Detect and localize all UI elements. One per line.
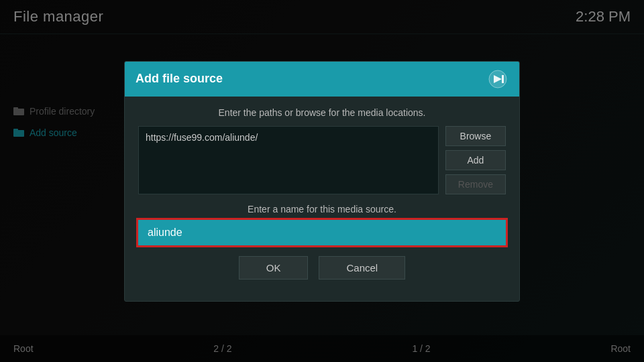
url-section: https://fuse99.com/aliunde/ Browse Add R… — [138, 126, 506, 194]
svg-rect-6 — [502, 75, 504, 83]
remove-button[interactable]: Remove — [445, 174, 506, 194]
url-value: https://fuse99.com/aliunde/ — [146, 132, 258, 143]
cancel-button[interactable]: Cancel — [319, 256, 405, 280]
url-input-box[interactable]: https://fuse99.com/aliunde/ — [138, 126, 439, 194]
add-button[interactable]: Add — [445, 150, 506, 170]
dialog-body: Enter the paths or browse for the media … — [125, 97, 519, 301]
dialog-header: Add file source — [125, 62, 519, 97]
bottom-instruction: Enter a name for this media source. — [138, 204, 506, 215]
ok-button[interactable]: OK — [239, 256, 309, 280]
dialog-footer: OK Cancel — [138, 256, 506, 290]
add-file-source-dialog: Add file source Enter the paths or brows… — [124, 61, 520, 302]
browse-button[interactable]: Browse — [445, 126, 506, 146]
kodi-logo-icon — [487, 68, 508, 90]
url-buttons: Browse Add Remove — [445, 126, 506, 194]
name-input[interactable] — [138, 220, 506, 245]
dialog-backdrop: Add file source Enter the paths or brows… — [0, 0, 644, 362]
name-input-wrapper — [138, 220, 506, 245]
dialog-title: Add file source — [136, 72, 223, 86]
top-instruction: Enter the paths or browse for the media … — [138, 107, 506, 118]
